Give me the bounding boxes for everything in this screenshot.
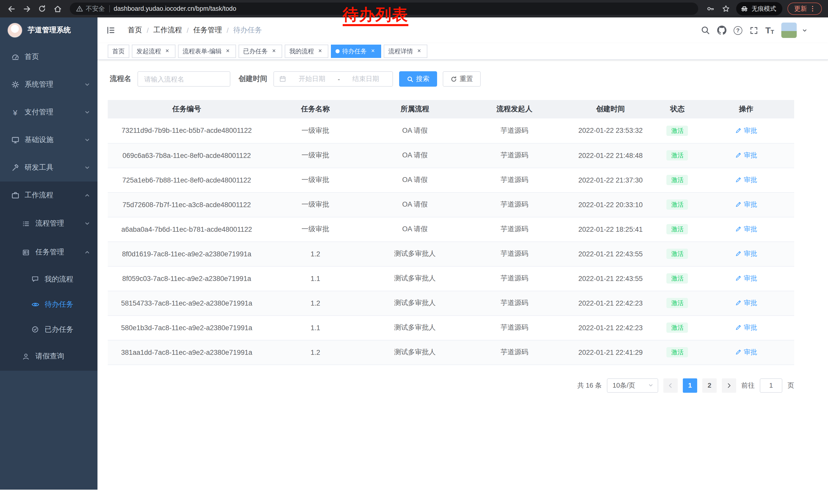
dashboard-icon [11,53,19,61]
update-button[interactable]: 更新 [787,3,822,15]
pagination-total: 共 16 条 [577,381,602,390]
list-icon [22,220,30,227]
github-icon[interactable] [717,26,727,35]
approve-link[interactable]: 审批 [735,348,757,357]
incognito-label: 无痕模式 [752,4,776,13]
page-button-2[interactable]: 2 [702,378,717,393]
approve-link[interactable]: 审批 [735,249,757,259]
sidebar-item-task-mgmt[interactable]: 任务管理 [0,238,97,267]
breadcrumb-item-task-mgmt[interactable]: 任务管理 [194,26,222,35]
approve-link[interactable]: 审批 [735,323,757,332]
reload-icon[interactable] [35,2,49,16]
sidebar-item-home[interactable]: 首页 [0,43,97,71]
avatar[interactable] [781,22,797,38]
process-name-input[interactable] [137,71,230,87]
tag-process-detail[interactable]: 流程详情× [384,45,427,58]
close-icon[interactable]: × [317,48,324,55]
edit-pencil-icon [735,275,742,282]
date-range-picker[interactable]: 开始日期 - 结束日期 [274,71,393,87]
forward-icon[interactable] [19,2,34,16]
chevron-down-icon [648,382,654,388]
topbar-actions: ? TT [701,22,828,38]
sidebar-item-workflow[interactable]: 工作流程 [0,182,97,209]
tag-form-edit[interactable]: 流程表单-编辑× [178,45,236,58]
sidebar-item-todo-tasks[interactable]: 待办任务 [0,292,97,317]
breadcrumb-item-home[interactable]: 首页 [128,26,142,35]
created-cell: 2022-01-22 21:48:48 [564,143,657,168]
table-row: 58154733-7ac8-11ec-a9e2-a2380e71991a 1.2… [108,291,794,315]
avatar-caret-icon[interactable] [802,28,808,33]
created-cell: 2022-01-22 20:33:10 [564,192,657,217]
table-row: 725a1eb6-7b88-11ec-8ef0-acde48001122 一级审… [108,168,794,192]
close-icon[interactable]: × [271,48,278,55]
id-badge-icon [22,248,30,256]
sidebar-item-payment[interactable]: ¥ 支付管理 [0,98,97,126]
approve-link[interactable]: 审批 [735,175,757,185]
approve-link[interactable]: 审批 [735,225,757,234]
reset-button[interactable]: 重置 [443,71,481,87]
breadcrumb-item-workflow[interactable]: 工作流程 [153,26,182,35]
created-cell: 2022-01-21 22:43:55 [564,241,657,266]
sidebar-collapse-icon[interactable] [106,26,115,35]
sidebar-item-infra[interactable]: 基础设施 [0,126,97,154]
task-name-cell: 一级审批 [265,119,365,143]
initiator-cell: 芋道源码 [464,168,564,192]
approve-link[interactable]: 审批 [735,274,757,283]
close-icon[interactable]: × [416,48,423,55]
edit-pencil-icon [735,324,742,331]
edit-pencil-icon [735,127,742,134]
edit-pencil-icon [735,349,742,356]
created-cell: 2022-01-22 21:37:30 [564,168,657,192]
approve-link[interactable]: 审批 [735,151,757,160]
approve-link[interactable]: 审批 [735,299,757,308]
sidebar-item-my-process[interactable]: 我的流程 [0,267,97,292]
close-icon[interactable]: × [164,48,171,55]
page-button-1[interactable]: 1 [683,378,697,393]
app-title: 芋道管理系统 [28,26,71,35]
initiator-cell: 芋道源码 [464,340,564,365]
table-row: 580e1b3d-7ac8-11ec-a9e2-a2380e71991a 1.1… [108,315,794,340]
sidebar-item-leave-query[interactable]: 请假查询 [0,342,97,371]
col-process: 所属流程 [365,100,464,119]
sidebar-item-done-tasks[interactable]: 已办任务 [0,317,97,342]
tag-start-process[interactable]: 发起流程× [132,45,175,58]
goto-page-input[interactable] [760,378,782,393]
page-size-select[interactable]: 10条/页 [607,378,658,393]
search-button[interactable]: 搜索 [399,71,437,87]
font-size-icon[interactable]: TT [765,26,774,35]
edit-pencil-icon [735,177,742,183]
app-logo[interactable]: 芋道管理系统 [0,17,97,43]
created-cell: 2022-01-21 22:43:55 [564,266,657,291]
prev-page-button[interactable] [663,378,678,393]
created-cell: 2022-01-22 18:25:41 [564,217,657,241]
help-icon[interactable]: ? [734,26,742,35]
key-icon[interactable] [703,2,718,16]
url-text: dashboard.yudao.iocoder.cn/bpm/task/todo [114,5,236,12]
initiator-cell: 芋道源码 [464,119,564,143]
tag-todo-tasks[interactable]: 待办任务× [331,45,381,58]
fullscreen-icon[interactable] [749,26,758,35]
tag-my-process[interactable]: 我的流程× [285,45,328,58]
topbar: 首页 / 工作流程 / 任务管理 / 待办任务 ? [97,17,828,43]
initiator-cell: 芋道源码 [464,192,564,217]
close-icon[interactable]: × [224,48,232,55]
sidebar-item-system[interactable]: 系统管理 [0,71,97,98]
sidebar-item-devtools[interactable]: 研发工具 [0,154,97,182]
next-page-button[interactable] [722,378,736,393]
security-indicator[interactable]: 不安全 [76,4,105,13]
update-menu-dots-icon [810,6,815,12]
table-row: 381aa1dd-7ac8-11ec-a9e2-a2380e71991a 1.2… [108,340,794,365]
incognito-icon [740,5,748,13]
approve-link[interactable]: 审批 [735,126,757,135]
approve-link[interactable]: 审批 [735,200,757,209]
tag-done-tasks[interactable]: 已办任务× [239,45,282,58]
sidebar-item-process-mgmt[interactable]: 流程管理 [0,209,97,238]
home-icon[interactable] [50,2,65,16]
tag-home[interactable]: 首页 [108,45,129,58]
back-icon[interactable] [4,2,18,16]
annotation-overlay: 待办列表 [343,6,408,26]
search-icon[interactable] [701,26,710,35]
task-name-cell: 1.2 [265,291,365,315]
bookmark-star-icon[interactable] [719,2,733,16]
close-icon[interactable]: × [369,48,377,55]
